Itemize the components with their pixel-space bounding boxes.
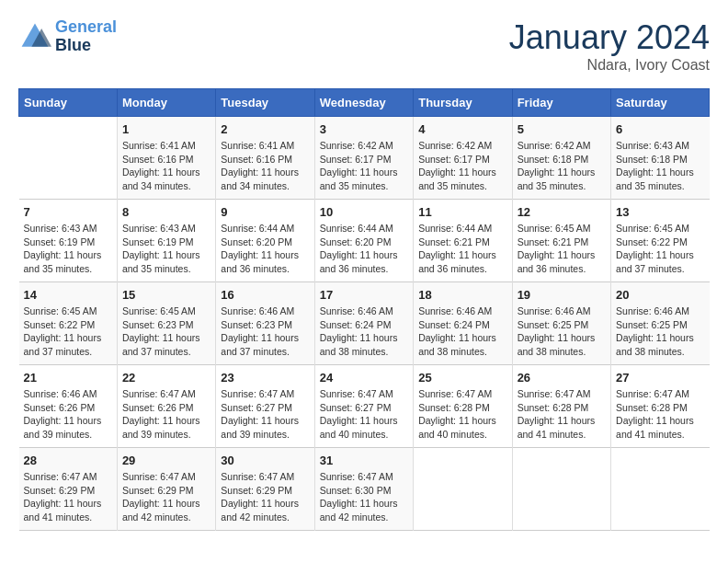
day-info: Sunrise: 6:45 AM Sunset: 6:22 PM Dayligh… [616,222,704,276]
day-number: 15 [122,288,210,302]
day-number: 2 [221,122,309,136]
calendar-cell: 7Sunrise: 6:43 AM Sunset: 6:19 PM Daylig… [19,200,118,282]
calendar-cell: 15Sunrise: 6:45 AM Sunset: 6:23 PM Dayli… [117,282,215,365]
calendar-cell: 24Sunrise: 6:47 AM Sunset: 6:27 PM Dayli… [314,365,413,448]
calendar-cell: 20Sunrise: 6:46 AM Sunset: 6:25 PM Dayli… [611,282,710,365]
calendar-cell [414,448,512,531]
calendar-cell [512,448,610,531]
day-number: 1 [122,122,210,136]
calendar-cell: 4Sunrise: 6:42 AM Sunset: 6:17 PM Daylig… [414,117,512,200]
day-number: 31 [320,454,408,467]
day-info: Sunrise: 6:47 AM Sunset: 6:28 PM Dayligh… [518,387,606,442]
calendar-cell [611,448,710,531]
calendar-week-4: 21Sunrise: 6:46 AM Sunset: 6:26 PM Dayli… [19,365,710,448]
day-number: 27 [616,371,704,385]
day-info: Sunrise: 6:46 AM Sunset: 6:24 PM Dayligh… [320,304,408,359]
day-number: 6 [616,122,704,136]
calendar-cell: 29Sunrise: 6:47 AM Sunset: 6:29 PM Dayli… [117,448,215,531]
header-cell-thursday: Thursday [414,89,512,117]
calendar-cell: 11Sunrise: 6:44 AM Sunset: 6:21 PM Dayli… [414,200,512,282]
day-info: Sunrise: 6:47 AM Sunset: 6:27 PM Dayligh… [221,387,309,442]
day-number: 3 [320,122,408,136]
day-number: 11 [418,205,506,219]
calendar-cell: 23Sunrise: 6:47 AM Sunset: 6:27 PM Dayli… [216,365,314,448]
day-info: Sunrise: 6:42 AM Sunset: 6:18 PM Dayligh… [518,139,606,193]
header-cell-saturday: Saturday [611,89,710,117]
day-info: Sunrise: 6:43 AM Sunset: 6:19 PM Dayligh… [122,222,210,276]
calendar-cell: 1Sunrise: 6:41 AM Sunset: 6:16 PM Daylig… [117,117,215,200]
header-cell-friday: Friday [512,89,610,117]
day-number: 5 [518,122,606,136]
calendar-table: SundayMondayTuesdayWednesdayThursdayFrid… [18,88,710,531]
day-info: Sunrise: 6:46 AM Sunset: 6:26 PM Dayligh… [24,387,112,442]
day-number: 13 [616,205,704,219]
day-number: 12 [518,205,606,219]
header-row: SundayMondayTuesdayWednesdayThursdayFrid… [19,89,710,117]
day-number: 30 [221,454,309,467]
day-number: 28 [24,454,112,467]
calendar-cell: 5Sunrise: 6:42 AM Sunset: 6:18 PM Daylig… [512,117,610,200]
day-number: 7 [24,205,112,219]
calendar-cell: 16Sunrise: 6:46 AM Sunset: 6:23 PM Dayli… [216,282,314,365]
day-number: 22 [122,371,210,385]
day-number: 29 [122,454,210,467]
calendar-cell: 28Sunrise: 6:47 AM Sunset: 6:29 PM Dayli… [19,448,118,531]
header-cell-sunday: Sunday [19,89,118,117]
calendar-cell: 9Sunrise: 6:44 AM Sunset: 6:20 PM Daylig… [216,200,314,282]
day-info: Sunrise: 6:45 AM Sunset: 6:22 PM Dayligh… [24,304,112,359]
day-number: 8 [122,205,210,219]
day-info: Sunrise: 6:47 AM Sunset: 6:29 PM Dayligh… [221,470,309,524]
title-block: January 2024 Ndara, Ivory Coast [509,18,710,74]
day-info: Sunrise: 6:47 AM Sunset: 6:29 PM Dayligh… [122,470,210,524]
day-number: 14 [24,288,112,302]
logo-text: General Blue [55,18,117,55]
day-info: Sunrise: 6:46 AM Sunset: 6:25 PM Dayligh… [616,304,704,359]
header-cell-wednesday: Wednesday [314,89,413,117]
day-info: Sunrise: 6:45 AM Sunset: 6:23 PM Dayligh… [122,304,210,359]
calendar-cell: 22Sunrise: 6:47 AM Sunset: 6:26 PM Dayli… [117,365,215,448]
day-info: Sunrise: 6:43 AM Sunset: 6:19 PM Dayligh… [24,222,112,276]
day-number: 25 [418,371,506,385]
calendar-week-3: 14Sunrise: 6:45 AM Sunset: 6:22 PM Dayli… [19,282,710,365]
page-header: General Blue January 2024 Ndara, Ivory C… [18,18,710,74]
calendar-week-2: 7Sunrise: 6:43 AM Sunset: 6:19 PM Daylig… [19,200,710,282]
calendar-cell: 10Sunrise: 6:44 AM Sunset: 6:20 PM Dayli… [314,200,413,282]
calendar-cell: 18Sunrise: 6:46 AM Sunset: 6:24 PM Dayli… [414,282,512,365]
day-info: Sunrise: 6:41 AM Sunset: 6:16 PM Dayligh… [221,139,309,193]
calendar-cell: 8Sunrise: 6:43 AM Sunset: 6:19 PM Daylig… [117,200,215,282]
day-number: 24 [320,371,408,385]
calendar-cell: 30Sunrise: 6:47 AM Sunset: 6:29 PM Dayli… [216,448,314,531]
day-info: Sunrise: 6:47 AM Sunset: 6:29 PM Dayligh… [24,470,112,524]
calendar-week-1: 1Sunrise: 6:41 AM Sunset: 6:16 PM Daylig… [19,117,710,200]
day-number: 9 [221,205,309,219]
calendar-cell: 13Sunrise: 6:45 AM Sunset: 6:22 PM Dayli… [611,200,710,282]
day-number: 26 [518,371,606,385]
calendar-cell: 26Sunrise: 6:47 AM Sunset: 6:28 PM Dayli… [512,365,610,448]
calendar-cell: 27Sunrise: 6:47 AM Sunset: 6:28 PM Dayli… [611,365,710,448]
header-cell-monday: Monday [117,89,215,117]
day-info: Sunrise: 6:44 AM Sunset: 6:20 PM Dayligh… [221,222,309,276]
day-info: Sunrise: 6:42 AM Sunset: 6:17 PM Dayligh… [418,139,506,193]
calendar-cell: 3Sunrise: 6:42 AM Sunset: 6:17 PM Daylig… [314,117,413,200]
calendar-cell: 14Sunrise: 6:45 AM Sunset: 6:22 PM Dayli… [19,282,118,365]
day-info: Sunrise: 6:47 AM Sunset: 6:28 PM Dayligh… [418,387,506,442]
day-info: Sunrise: 6:41 AM Sunset: 6:16 PM Dayligh… [122,139,210,193]
day-info: Sunrise: 6:45 AM Sunset: 6:21 PM Dayligh… [518,222,606,276]
day-info: Sunrise: 6:42 AM Sunset: 6:17 PM Dayligh… [320,139,408,193]
day-info: Sunrise: 6:47 AM Sunset: 6:26 PM Dayligh… [122,387,210,442]
day-info: Sunrise: 6:46 AM Sunset: 6:23 PM Dayligh… [221,304,309,359]
day-info: Sunrise: 6:47 AM Sunset: 6:28 PM Dayligh… [616,387,704,442]
calendar-cell: 17Sunrise: 6:46 AM Sunset: 6:24 PM Dayli… [314,282,413,365]
day-number: 23 [221,371,309,385]
header-cell-tuesday: Tuesday [216,89,314,117]
calendar-header: SundayMondayTuesdayWednesdayThursdayFrid… [19,89,710,117]
calendar-cell: 31Sunrise: 6:47 AM Sunset: 6:30 PM Dayli… [314,448,413,531]
day-number: 10 [320,205,408,219]
day-number: 18 [418,288,506,302]
calendar-cell: 6Sunrise: 6:43 AM Sunset: 6:18 PM Daylig… [611,117,710,200]
calendar-cell: 21Sunrise: 6:46 AM Sunset: 6:26 PM Dayli… [19,365,118,448]
day-info: Sunrise: 6:47 AM Sunset: 6:30 PM Dayligh… [320,470,408,524]
day-info: Sunrise: 6:44 AM Sunset: 6:20 PM Dayligh… [320,222,408,276]
day-number: 20 [616,288,704,302]
day-info: Sunrise: 6:47 AM Sunset: 6:27 PM Dayligh… [320,387,408,442]
